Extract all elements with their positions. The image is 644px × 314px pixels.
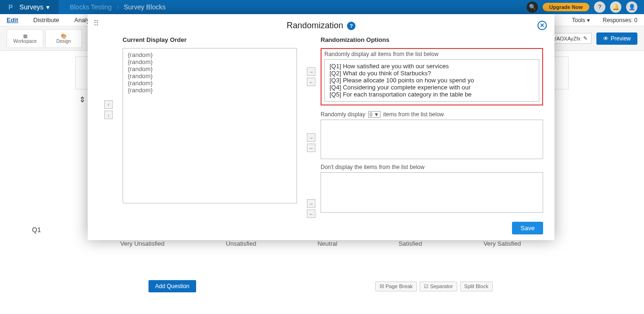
page-break-button[interactable]: ☒Page Break <box>375 282 417 291</box>
remove-from-all-button[interactable]: ← <box>307 78 315 86</box>
split-block-button[interactable]: Split Block <box>460 282 493 291</box>
count-label-b: items from the list below <box>383 111 444 118</box>
add-to-hidden-button[interactable]: → <box>307 199 315 208</box>
randomization-modal: ⠿ ✕ Randomization ? ↑ ↓ Current Display … <box>88 14 554 240</box>
display-order-list[interactable]: {random} {random} {random} {random} {ran… <box>123 48 297 203</box>
add-to-count-button[interactable]: → <box>307 133 315 142</box>
responses-count: Responses: 0 <box>603 17 637 24</box>
surveys-dropdown[interactable]: P Surveys ▾ <box>0 0 58 14</box>
design-button[interactable]: 🎨 Design <box>45 29 82 48</box>
top-bar: P Surveys ▾ Blocks Testing › Survey Bloc… <box>0 0 644 14</box>
pencil-icon[interactable]: ✎ <box>583 35 587 41</box>
dont-display-label: Don't display the items from the list be… <box>321 164 543 170</box>
breadcrumb-current: Survey Blocks <box>124 3 165 11</box>
preview-button[interactable]: 👁 Preview <box>596 32 637 45</box>
count-select[interactable]: 0 ▼ <box>368 111 380 118</box>
breadcrumb-project[interactable]: Blocks Testing <box>70 3 112 11</box>
count-label-a: Randomly display <box>321 111 365 118</box>
all-items-list[interactable]: [Q1] How satisfied are you with our serv… <box>324 59 539 102</box>
display-order-title: Current Display Order <box>123 36 297 43</box>
drag-handle-icon[interactable]: ⠿ <box>93 19 97 28</box>
add-question-button[interactable]: Add Question <box>149 280 196 292</box>
chevron-right-icon: › <box>116 3 119 11</box>
save-button[interactable]: Save <box>512 222 543 234</box>
upgrade-button[interactable]: Upgrade Now <box>543 3 589 11</box>
workspace-button[interactable]: ▦ Workspace <box>7 29 43 48</box>
all-items-label: Randomly display all items from the list… <box>324 51 539 57</box>
collapse-toggle[interactable]: ⇕ <box>75 95 89 104</box>
move-up-button[interactable]: ↑ <box>104 100 113 109</box>
bell-icon[interactable]: 🔔 <box>610 1 621 13</box>
close-icon[interactable]: ✕ <box>537 21 547 30</box>
search-icon[interactable]: 🔍 <box>527 1 538 13</box>
question-id-label: Q1 <box>32 226 41 233</box>
nav-tools[interactable]: Tools ▾ <box>572 17 589 24</box>
remove-from-count-button[interactable]: ← <box>307 144 315 152</box>
modal-title: Randomization <box>287 21 343 31</box>
options-title: Randomization Options <box>321 36 543 43</box>
survey-url[interactable]: t/AOXAyZfx ✎ <box>549 33 592 44</box>
list-item[interactable]: [Q3] Please allocate 100 points on how y… <box>330 77 534 84</box>
satisfaction-scale: Very Unsatisfied Unsatisfied Neutral Sat… <box>75 240 566 247</box>
nav-edit[interactable]: Edit <box>7 16 18 24</box>
avatar[interactable]: 👤 <box>626 1 637 13</box>
list-item[interactable]: [Q1] How satisfied are you with our serv… <box>330 63 534 70</box>
separator-button[interactable]: ☑Separator <box>420 282 457 291</box>
list-item[interactable]: [Q2] What do you think of Starbucks? <box>330 70 534 77</box>
hidden-items-list[interactable] <box>321 172 543 213</box>
remove-from-hidden-button[interactable]: ← <box>307 209 315 218</box>
chevron-down-icon: ▾ <box>46 3 50 11</box>
surveys-label: Surveys <box>19 3 43 11</box>
move-down-button[interactable]: ↓ <box>104 111 113 119</box>
help-icon[interactable]: ? <box>594 1 605 13</box>
list-item[interactable]: [Q5] For each transportation category in… <box>330 91 534 98</box>
list-item[interactable]: [Q4] Considering your complete experienc… <box>330 84 534 91</box>
highlighted-section: Randomly display all items from the list… <box>321 48 543 105</box>
grid-icon: ▦ <box>23 33 27 39</box>
palette-icon: 🎨 <box>61 33 66 39</box>
logo-icon: P <box>8 3 13 11</box>
help-icon[interactable]: ? <box>347 22 355 30</box>
count-items-list[interactable] <box>321 120 543 159</box>
eye-icon: 👁 <box>603 35 609 42</box>
add-to-all-button[interactable]: → <box>307 67 315 76</box>
nav-distribute[interactable]: Distribute <box>33 16 59 24</box>
